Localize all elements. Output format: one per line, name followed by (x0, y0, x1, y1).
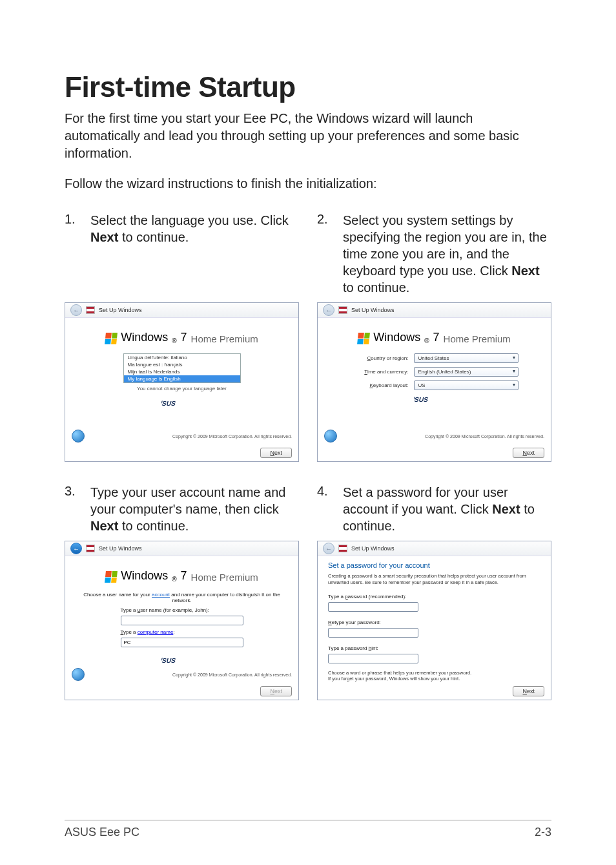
back-icon[interactable]: ← (70, 304, 82, 316)
screenshot-language-select: ← Set Up Windows Windows® 7 Home Premium… (65, 302, 299, 462)
step-1: 1. Select the language you use. Click Ne… (65, 212, 299, 296)
window-titlebar: ← Set Up Windows (65, 541, 298, 556)
windows-logo: Windows® 7 Home Premium (72, 331, 292, 344)
flag-icon (86, 306, 95, 315)
windows-logo: Windows® 7 Home Premium (72, 569, 292, 583)
ease-of-access-icon[interactable] (72, 668, 85, 681)
step-text: Select you system settings by specifying… (343, 212, 551, 296)
step-4: 4. Set a password for your user account … (317, 484, 551, 534)
list-item[interactable]: Ma langue est : français (124, 361, 240, 368)
retype-password-input[interactable] (328, 628, 418, 638)
password-hint-input[interactable] (328, 654, 418, 663)
svg-text:/SUS: /SUS (161, 657, 177, 664)
next-button[interactable]: Next (513, 686, 544, 696)
screenshot-set-password: ← Set Up Windows Set a password for your… (317, 541, 551, 700)
page-footer: ASUS Eee PC 2-3 (65, 820, 551, 839)
list-item[interactable]: Mijn taal is Nederlands (124, 368, 240, 375)
window-titlebar: ← Set Up Windows (318, 303, 551, 318)
window-title: Set Up Windows (99, 307, 142, 313)
next-button[interactable]: Next (260, 686, 292, 696)
step-text: Type your user account name and your com… (90, 484, 299, 534)
step-3: 3. Type your user account name and your … (65, 484, 299, 534)
flag-icon (338, 544, 347, 553)
page-title: First-time Startup (65, 71, 551, 103)
windows-flag-icon (105, 571, 118, 583)
ease-of-access-icon[interactable] (324, 430, 337, 443)
computer-name-label: Type a computer name: (121, 629, 243, 635)
step-text: Select the language you use. Click Next … (90, 212, 299, 296)
windows-logo: Windows® 7 Home Premium (324, 331, 544, 344)
list-item-selected[interactable]: My language is English (124, 375, 240, 382)
back-icon[interactable]: ← (70, 543, 82, 554)
step-number: 3. (65, 484, 76, 534)
screenshot-region-settings: ← Set Up Windows Windows® 7 Home Premium… (317, 302, 551, 462)
svg-text:/SUS: /SUS (414, 396, 429, 403)
password-heading: Set a password for your account (328, 561, 544, 569)
windows-flag-icon (357, 333, 370, 344)
password-input[interactable] (328, 602, 418, 612)
username-input[interactable] (121, 616, 243, 625)
region-select[interactable]: United States (414, 353, 518, 363)
username-label: Type a user name (for example, John): (121, 607, 243, 613)
windows-flag-icon (105, 333, 118, 344)
list-item[interactable]: Lingua dell'utente: italiano (124, 354, 240, 361)
copyright-text: Copyright © 2009 Microsoft Corporation. … (337, 434, 544, 439)
window-title: Set Up Windows (351, 545, 395, 552)
time-currency-select[interactable]: English (United States) (414, 367, 518, 377)
keyboard-label: Keyboard layout: (351, 382, 409, 388)
language-note: You cannot change your language later (72, 386, 292, 391)
svg-text:/SUS: /SUS (161, 400, 177, 407)
window-title: Set Up Windows (99, 545, 142, 552)
copyright-text: Copyright © 2009 Microsoft Corporation. … (85, 672, 292, 677)
password-hint-label: Type a password hint: (328, 645, 540, 651)
step-2: 2. Select you system settings by specify… (317, 212, 551, 296)
region-label: Country or region: (351, 355, 409, 361)
flag-icon (338, 306, 347, 315)
window-title: Set Up Windows (351, 307, 395, 313)
asus-logo: /SUS (72, 398, 292, 411)
intro-paragraph: For the first time you start your Eee PC… (65, 110, 551, 162)
asus-logo: /SUS (324, 394, 544, 407)
password-description: Creating a password is a smart security … (324, 573, 544, 590)
flag-icon (86, 544, 95, 553)
next-button[interactable]: Next (260, 448, 292, 458)
next-button[interactable]: Next (513, 448, 544, 458)
retype-password-label: Retype your password: (328, 620, 540, 625)
ease-of-access-icon[interactable] (72, 430, 85, 443)
window-titlebar: ← Set Up Windows (318, 541, 551, 556)
computer-name-link[interactable]: computer name (138, 629, 174, 635)
window-titlebar: ← Set Up Windows (65, 303, 298, 318)
time-currency-label: Time and currency: (351, 369, 409, 375)
step-number: 2. (317, 212, 329, 296)
password-hint-note: Choose a word or phrase that helps you r… (324, 667, 544, 683)
language-listbox[interactable]: Lingua dell'utente: italiano Ma langue e… (123, 353, 241, 383)
footer-product-name: ASUS Eee PC (65, 826, 139, 839)
back-icon[interactable]: ← (323, 543, 334, 554)
password-label: Type a password (recommended): (328, 594, 540, 599)
instruction-paragraph: Follow the wizard instructions to finish… (65, 175, 551, 193)
computer-name-input[interactable] (121, 638, 243, 647)
account-instruction: Choose a user name for your account and … (72, 592, 292, 603)
keyboard-select[interactable]: US (414, 380, 518, 390)
step-number: 1. (65, 212, 76, 296)
back-icon[interactable]: ← (323, 304, 334, 316)
account-link[interactable]: account (152, 592, 170, 598)
step-text: Set a password for your user account if … (343, 484, 551, 534)
copyright-text: Copyright © 2009 Microsoft Corporation. … (85, 434, 292, 439)
asus-logo: /SUS (72, 655, 292, 668)
screenshot-user-account: ← Set Up Windows Windows® 7 Home Premium… (65, 541, 299, 700)
footer-page-number: 2-3 (535, 826, 551, 839)
step-number: 4. (317, 484, 329, 534)
